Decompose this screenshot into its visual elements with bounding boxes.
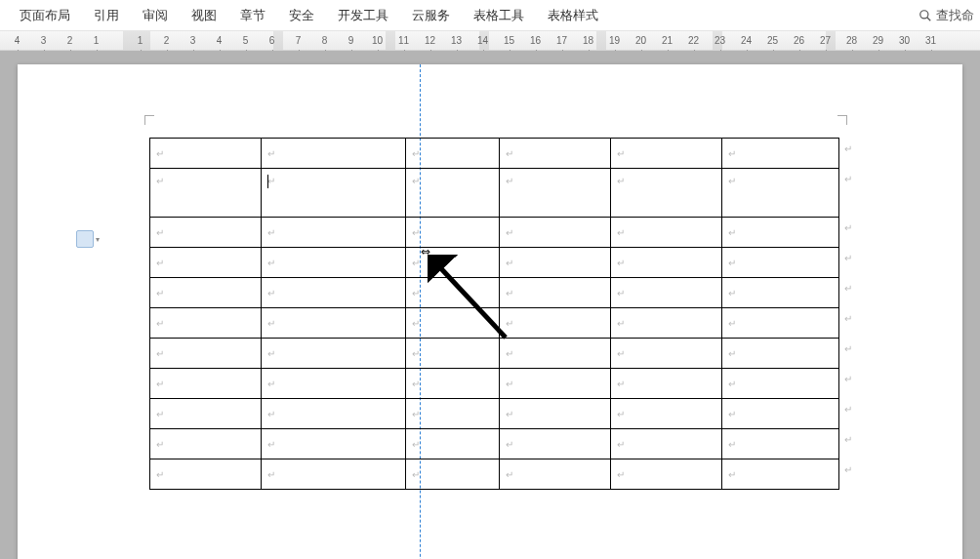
paste-options-icon — [76, 230, 94, 248]
table-cell[interactable] — [500, 218, 611, 248]
table-cell[interactable] — [500, 278, 611, 308]
table-cell[interactable] — [500, 139, 611, 169]
paragraph-mark — [156, 257, 164, 268]
table-cell[interactable] — [500, 369, 611, 399]
table-cell[interactable] — [406, 399, 500, 429]
table-cell[interactable] — [722, 218, 839, 248]
table-cell[interactable] — [150, 369, 262, 399]
svg-line-1 — [927, 17, 931, 20]
table-cell[interactable] — [611, 308, 722, 339]
table-cell[interactable] — [611, 139, 722, 169]
table-cell[interactable] — [150, 308, 262, 339]
ruler-column-marker[interactable] — [479, 31, 489, 50]
tab-cloud[interactable]: 云服务 — [400, 1, 462, 30]
table-cell[interactable] — [262, 169, 406, 218]
document-page[interactable]: ▾ ↵↵↵↵↵↵↵↵↵↵↵ ⇔ — [18, 64, 962, 559]
search-command[interactable]: 查找命 — [919, 7, 974, 24]
table-cell[interactable] — [722, 399, 839, 429]
table-cell[interactable] — [262, 459, 406, 490]
table-cell[interactable] — [150, 429, 262, 459]
table-cell[interactable] — [150, 139, 262, 169]
table-cell[interactable] — [500, 429, 611, 459]
table-cell[interactable] — [611, 369, 722, 399]
tab-chapter[interactable]: 章节 — [228, 1, 277, 30]
table-cell[interactable] — [150, 339, 262, 369]
table-cell[interactable] — [611, 278, 722, 308]
table-cell[interactable] — [150, 218, 262, 248]
table-cell[interactable] — [722, 369, 839, 399]
tab-table-tools[interactable]: 表格工具 — [462, 1, 536, 30]
ruler-tick: 3 — [30, 35, 57, 46]
table-cell[interactable] — [262, 369, 406, 399]
paragraph-mark — [267, 347, 275, 359]
table-cell[interactable] — [500, 339, 611, 369]
ruler-column-marker[interactable] — [386, 31, 395, 50]
tab-page-layout[interactable]: 页面布局 — [8, 1, 82, 30]
table-cell[interactable] — [406, 459, 500, 490]
table-cell[interactable] — [500, 308, 611, 339]
table-cell[interactable] — [611, 399, 722, 429]
table-cell[interactable] — [500, 459, 611, 490]
ruler-tick: 7 — [285, 35, 311, 46]
table-cell[interactable] — [611, 248, 722, 278]
table-cell[interactable] — [500, 248, 611, 278]
table-cell[interactable] — [406, 339, 500, 369]
horizontal-ruler[interactable]: 4321 12345678910111213141516171819202122… — [0, 31, 980, 51]
paste-options-panel[interactable]: ▾ — [76, 230, 100, 248]
ruler-column-marker[interactable] — [273, 31, 283, 50]
tab-view[interactable]: 视图 — [180, 1, 228, 30]
table-cell[interactable] — [406, 248, 500, 278]
paragraph-mark — [267, 257, 275, 268]
table-cell[interactable] — [262, 218, 406, 248]
table-cell[interactable] — [150, 459, 262, 490]
ruler-tick: 4 — [206, 35, 232, 46]
table-cell[interactable] — [611, 218, 722, 248]
table-cell[interactable] — [722, 169, 839, 218]
ruler-column-marker[interactable] — [713, 31, 722, 50]
table-cell[interactable] — [406, 429, 500, 459]
table-cell[interactable] — [611, 459, 722, 490]
table-cell[interactable] — [722, 139, 839, 169]
document-table[interactable] — [149, 138, 839, 490]
table-cell[interactable] — [150, 169, 262, 218]
table-cell[interactable] — [722, 459, 839, 490]
table-cell[interactable] — [406, 139, 500, 169]
table-cell[interactable] — [406, 278, 500, 308]
table-cell[interactable] — [262, 399, 406, 429]
table-cell[interactable] — [406, 308, 500, 339]
ruler-column-marker[interactable] — [826, 31, 836, 50]
ruler-negative-zone: 4321 — [0, 35, 109, 46]
table-cell[interactable] — [262, 429, 406, 459]
paragraph-mark — [617, 287, 625, 299]
ruler-column-marker[interactable] — [596, 31, 606, 50]
table-cell[interactable] — [500, 399, 611, 429]
table-cell[interactable] — [406, 218, 500, 248]
table-cell[interactable] — [611, 429, 722, 459]
table-cell[interactable] — [262, 308, 406, 339]
table-cell[interactable] — [722, 429, 839, 459]
paragraph-mark — [617, 226, 625, 238]
table-cell[interactable] — [150, 399, 262, 429]
table-cell[interactable] — [611, 169, 722, 218]
table-cell[interactable] — [611, 339, 722, 369]
table-cell[interactable] — [722, 278, 839, 308]
table-cell[interactable] — [722, 308, 839, 339]
table-cell[interactable] — [500, 169, 611, 218]
table-cell[interactable] — [722, 339, 839, 369]
tab-review[interactable]: 审阅 — [131, 1, 180, 30]
table-cell[interactable] — [262, 139, 406, 169]
tab-security[interactable]: 安全 — [277, 1, 326, 30]
ruler-tick: 17 — [549, 35, 575, 46]
table-cell[interactable] — [262, 248, 406, 278]
tab-table-style[interactable]: 表格样式 — [536, 1, 610, 30]
table-cell[interactable] — [150, 248, 262, 278]
table-cell[interactable] — [722, 248, 839, 278]
table-cell[interactable] — [406, 369, 500, 399]
table-cell[interactable] — [262, 339, 406, 369]
table-cell[interactable] — [262, 278, 406, 308]
table-cell[interactable] — [406, 169, 500, 218]
table-cell[interactable] — [150, 278, 262, 308]
ruler-column-marker[interactable] — [123, 31, 150, 50]
tab-developer[interactable]: 开发工具 — [326, 1, 400, 30]
tab-reference[interactable]: 引用 — [82, 1, 131, 30]
